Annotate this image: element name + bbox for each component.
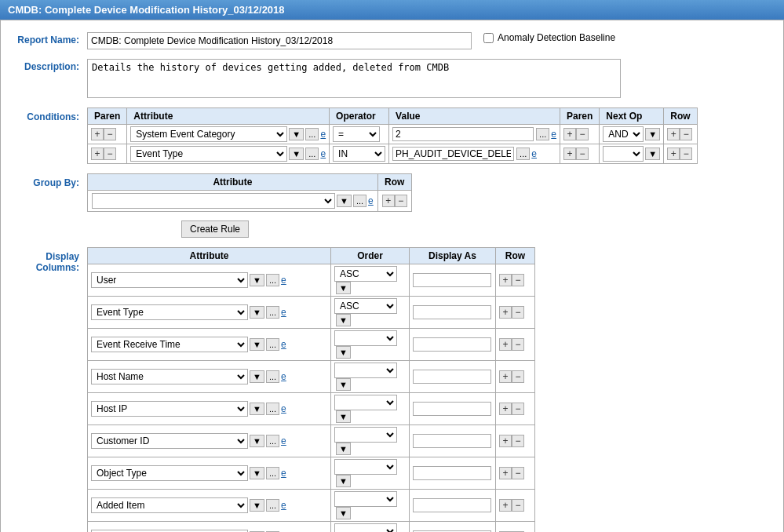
report-name-input[interactable] (87, 32, 472, 49)
groupby-attr-select[interactable] (92, 193, 335, 209)
dcol-row-2-order-select[interactable]: ASCDESC (334, 330, 397, 346)
dcol-row-1-minus[interactable]: − (512, 306, 524, 319)
dcol-row-6-displayas-input[interactable] (413, 466, 491, 480)
dcol-row-3-attr-e[interactable]: e (281, 371, 286, 382)
condition-row2-paren-minus[interactable]: − (104, 148, 116, 160)
description-textarea[interactable]: Details the history of devices getting a… (87, 59, 621, 98)
condition-row1-row-minus[interactable]: − (680, 128, 692, 140)
dcol-row-2-attr-e[interactable]: e (281, 339, 286, 350)
dcol-row-6-attr-dots[interactable]: ... (266, 467, 279, 479)
dcol-row-4-attr-select[interactable]: Host IP (91, 401, 248, 417)
condition-row1-value-input[interactable] (392, 127, 534, 141)
dcol-row-0-order-select[interactable]: ASCDESC (334, 266, 397, 282)
condition-row1-attr-dropdown[interactable]: ▼ (289, 128, 304, 140)
dcol-row-0-attr-dropdown[interactable]: ▼ (250, 274, 264, 286)
dcol-row-0-minus[interactable]: − (512, 274, 524, 286)
dcol-row-6-order-select[interactable]: ASCDESC (334, 459, 397, 475)
dcol-row-5-displayas-input[interactable] (413, 434, 491, 448)
dcol-row-5-attr-dots[interactable]: ... (266, 435, 279, 447)
dcol-row-6-attr-select[interactable]: Object Type (91, 465, 248, 481)
condition-row1-attr-select[interactable]: System Event Category (130, 126, 287, 142)
dcol-row-2-minus[interactable]: − (512, 338, 524, 351)
anomaly-detection-checkbox[interactable] (483, 33, 494, 43)
condition-row2-paren2-minus[interactable]: − (576, 148, 589, 160)
dcol-row-5-order-select[interactable]: ASCDESC (334, 427, 397, 443)
condition-row2-nextop-dropdown[interactable]: ▼ (645, 148, 660, 160)
condition-row2-value-dots[interactable]: ... (516, 148, 530, 160)
condition-row1-op-select[interactable]: = != IN (333, 126, 380, 142)
condition-row1-nextop-select[interactable]: AND OR (603, 126, 644, 142)
dcol-row-8-order-select[interactable]: ASCDESC (334, 523, 397, 532)
condition-row2-value-input[interactable] (392, 147, 514, 161)
dcol-row-4-order-dropdown[interactable]: ▼ (336, 410, 351, 423)
dcol-row-0-order-dropdown[interactable]: ▼ (336, 282, 351, 294)
groupby-row-plus[interactable]: + (382, 195, 395, 207)
dcol-row-5-attr-e[interactable]: e (281, 435, 286, 446)
dcol-row-1-attr-select[interactable]: Event Type (91, 304, 248, 320)
dcol-row-5-plus[interactable]: + (499, 435, 512, 447)
condition-row1-paren2-plus[interactable]: + (563, 128, 576, 140)
dcol-row-2-displayas-input[interactable] (413, 337, 491, 352)
condition-row1-row-plus[interactable]: + (667, 128, 680, 140)
dcol-row-1-displayas-input[interactable] (413, 305, 491, 319)
dcol-row-7-order-dropdown[interactable]: ▼ (336, 507, 351, 519)
dcol-row-1-attr-dots[interactable]: ... (266, 306, 279, 319)
condition-row2-attr-select[interactable]: Event Type (130, 146, 287, 162)
dcol-row-3-displayas-input[interactable] (413, 370, 491, 384)
dcol-row-0-attr-dots[interactable]: ... (266, 274, 279, 286)
dcol-row-5-attr-dropdown[interactable]: ▼ (250, 435, 264, 447)
dcol-row-2-plus[interactable]: + (499, 338, 512, 351)
dcol-row-3-attr-dropdown[interactable]: ▼ (250, 370, 264, 383)
dcol-row-6-minus[interactable]: − (512, 467, 524, 479)
dcol-row-2-attr-dropdown[interactable]: ▼ (250, 338, 264, 351)
dcol-row-3-attr-dots[interactable]: ... (266, 370, 279, 383)
dcol-row-4-plus[interactable]: + (499, 403, 512, 415)
condition-row2-value-e[interactable]: e (531, 148, 537, 159)
dcol-row-3-order-select[interactable]: ASCDESC (334, 363, 397, 378)
dcol-row-1-order-select[interactable]: ASCDESC (334, 298, 397, 314)
condition-row1-attr-e[interactable]: e (320, 129, 326, 140)
condition-row2-op-select[interactable]: IN = NOT IN (333, 146, 385, 162)
dcol-row-7-plus[interactable]: + (499, 499, 512, 512)
condition-row1-paren-minus[interactable]: − (104, 128, 116, 140)
dcol-row-5-attr-select[interactable]: Customer ID (91, 433, 248, 449)
dcol-row-5-minus[interactable]: − (512, 435, 524, 447)
groupby-attr-e[interactable]: e (368, 195, 374, 206)
dcol-row-6-plus[interactable]: + (499, 467, 512, 479)
dcol-row-0-displayas-input[interactable] (413, 273, 491, 287)
dcol-row-0-attr-e[interactable]: e (281, 275, 286, 286)
dcol-row-1-order-dropdown[interactable]: ▼ (336, 314, 351, 326)
condition-row1-nextop-dropdown[interactable]: ▼ (645, 128, 660, 140)
dcol-row-0-plus[interactable]: + (499, 274, 512, 286)
condition-row2-attr-dropdown[interactable]: ▼ (289, 148, 304, 160)
dcol-row-1-attr-dropdown[interactable]: ▼ (250, 306, 264, 319)
dcol-row-7-attr-e[interactable]: e (281, 500, 286, 511)
dcol-row-3-order-dropdown[interactable]: ▼ (336, 378, 351, 391)
groupby-attr-dropdown[interactable]: ▼ (337, 195, 352, 207)
dcol-row-5-order-dropdown[interactable]: ▼ (336, 443, 351, 455)
dcol-row-3-plus[interactable]: + (499, 370, 512, 383)
dcol-row-7-attr-select[interactable]: Added Item (91, 497, 248, 513)
condition-row2-paren-plus[interactable]: + (91, 148, 104, 160)
condition-row2-nextop-select[interactable]: AND OR (603, 146, 644, 162)
condition-row2-paren2-plus[interactable]: + (563, 148, 576, 160)
dcol-row-6-attr-dropdown[interactable]: ▼ (250, 467, 264, 479)
dcol-row-4-attr-dropdown[interactable]: ▼ (250, 403, 264, 415)
condition-row1-value-e[interactable]: e (551, 129, 556, 140)
dcol-row-7-displayas-input[interactable] (413, 498, 491, 512)
groupby-attr-dots[interactable]: ... (353, 195, 366, 207)
dcol-row-4-attr-dots[interactable]: ... (266, 403, 279, 415)
dcol-row-0-attr-select[interactable]: User (91, 272, 248, 288)
condition-row2-attr-e[interactable]: e (320, 148, 326, 159)
condition-row1-paren2-minus[interactable]: − (576, 128, 589, 140)
dcol-row-2-attr-select[interactable]: Event Receive Time (91, 337, 248, 352)
groupby-row-minus[interactable]: − (395, 195, 407, 207)
dcol-row-7-attr-dots[interactable]: ... (266, 499, 279, 512)
dcol-row-4-displayas-input[interactable] (413, 402, 491, 416)
dcol-row-3-minus[interactable]: − (512, 370, 524, 383)
dcol-row-4-minus[interactable]: − (512, 403, 524, 415)
condition-row2-row-minus[interactable]: − (680, 148, 692, 160)
dcol-row-1-plus[interactable]: + (499, 306, 512, 319)
dcol-row-2-order-dropdown[interactable]: ▼ (336, 346, 351, 359)
dcol-row-6-order-dropdown[interactable]: ▼ (336, 475, 351, 487)
